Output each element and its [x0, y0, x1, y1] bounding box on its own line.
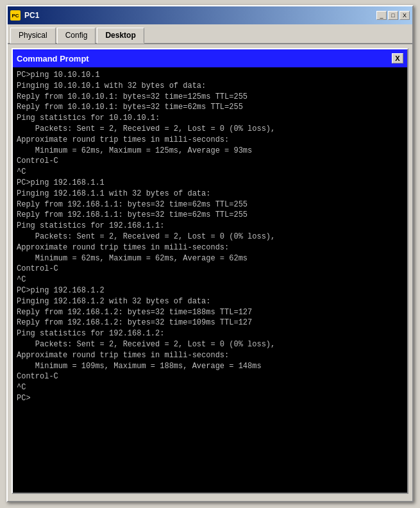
terminal-line: ^C [17, 382, 403, 393]
minimize-button[interactable]: _ [376, 11, 387, 20]
terminal-line: Control-C [17, 371, 403, 382]
tab-desktop[interactable]: Desktop [97, 28, 144, 44]
terminal-line: Minimum = 62ms, Maximum = 62ms, Average … [17, 253, 403, 264]
cmd-window: Command Prompt X PC>ping 10.10.10.1Pingi… [12, 48, 408, 494]
terminal-line: Packets: Sent = 2, Received = 2, Lost = … [17, 124, 403, 135]
content-area: Command Prompt X PC>ping 10.10.10.1Pingi… [8, 44, 412, 498]
terminal-line: Packets: Sent = 2, Received = 2, Lost = … [17, 232, 403, 242]
window-title-group: PC PC1 [10, 10, 39, 21]
terminal-line: Reply from 192.168.1.2: bytes=32 time=10… [17, 318, 403, 328]
tab-bar: Physical Config Desktop [8, 24, 412, 44]
terminal-line: Ping statistics for 192.168.1.1: [17, 221, 403, 232]
terminal-line: Approximate round trip times in milli-se… [17, 242, 403, 253]
terminal-line: Minimum = 109ms, Maximum = 188ms, Averag… [17, 361, 403, 372]
terminal-line: Reply from 192.168.1.1: bytes=32 time=62… [17, 199, 403, 210]
terminal-line: PC>ping 10.10.10.1 [17, 70, 403, 81]
terminal-line: ^C [17, 167, 403, 178]
terminal-line: Reply from 10.10.10.1: bytes=32 time=62m… [17, 102, 403, 113]
terminal-line: Reply from 192.168.1.1: bytes=32 time=62… [17, 210, 403, 221]
maximize-button[interactable]: □ [388, 11, 398, 20]
window-title: PC1 [24, 11, 39, 20]
cmd-title: Command Prompt [17, 54, 89, 64]
terminal-line: Ping statistics for 10.10.10.1: [17, 113, 403, 124]
main-window: PC PC1 _ □ X Physical Config Desktop Com… [6, 5, 414, 502]
window-icon: PC [10, 10, 21, 21]
tab-config[interactable]: Config [57, 28, 96, 44]
window-controls: _ □ X [376, 11, 410, 20]
terminal-line: Approximate round trip times in milli-se… [17, 350, 403, 361]
terminal-line: PC>ping 192.168.1.1 [17, 178, 403, 189]
terminal-line: ^C [17, 275, 403, 285]
terminal-line: Reply from 10.10.10.1: bytes=32 time=125… [17, 92, 403, 103]
terminal-line: Ping statistics for 192.168.1.2: [17, 328, 403, 339]
cmd-close-button[interactable]: X [392, 53, 403, 64]
tab-physical[interactable]: Physical [10, 28, 56, 44]
terminal-line: PC> [17, 393, 403, 404]
title-bar: PC PC1 _ □ X [8, 6, 412, 24]
terminal-line: Reply from 192.168.1.2: bytes=32 time=18… [17, 307, 403, 318]
cmd-title-bar: Command Prompt X [13, 49, 407, 67]
terminal-line: Approximate round trip times in milli-se… [17, 135, 403, 146]
terminal-line: Control-C [17, 264, 403, 275]
terminal-line: PC>ping 192.168.1.2 [17, 285, 403, 296]
close-button[interactable]: X [399, 11, 410, 20]
terminal-output[interactable]: PC>ping 10.10.10.1Pinging 10.10.10.1 wit… [13, 67, 407, 493]
terminal-line: Pinging 10.10.10.1 with 32 bytes of data… [17, 81, 403, 92]
terminal-line: Control-C [17, 156, 403, 167]
terminal-line: Minimum = 62ms, Maximum = 125ms, Average… [17, 146, 403, 157]
terminal-line: Pinging 192.168.1.2 with 32 bytes of dat… [17, 296, 403, 307]
terminal-line: Packets: Sent = 2, Received = 2, Lost = … [17, 339, 403, 350]
terminal-line: Pinging 192.168.1.1 with 32 bytes of dat… [17, 189, 403, 199]
